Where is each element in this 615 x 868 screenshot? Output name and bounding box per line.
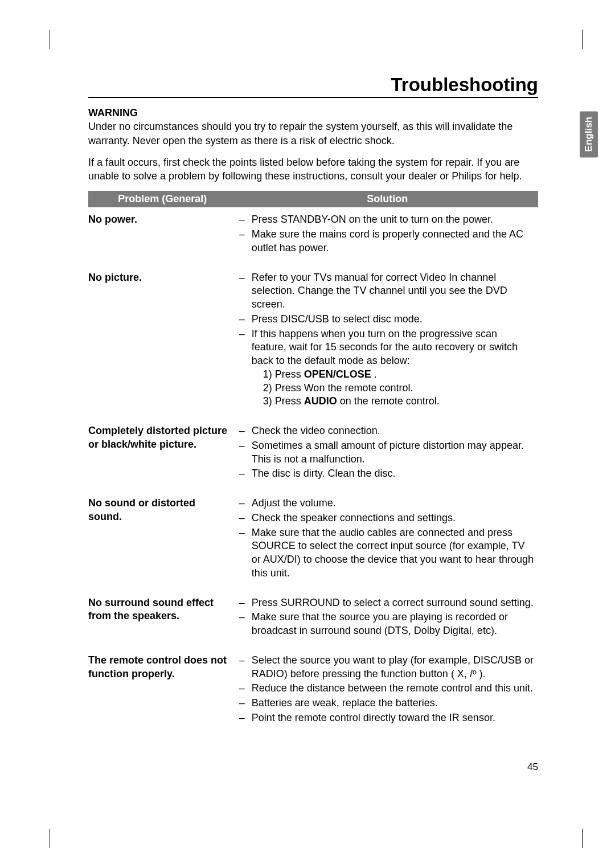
table-row: The remote control does not function pro… bbox=[88, 648, 538, 735]
solution-item: Sometimes a small amount of picture dist… bbox=[237, 439, 534, 466]
nested-steps: 1) Press OPEN/CLOSE .2) Press Won the re… bbox=[252, 368, 534, 408]
col-header-problem: Problem (General) bbox=[88, 191, 237, 207]
solution-item: Press DISC/USB to select disc mode. bbox=[237, 313, 534, 326]
nested-step: 3) Press AUDIO on the remote control. bbox=[263, 395, 534, 408]
page-content: Troubleshooting WARNING Under no circums… bbox=[88, 74, 538, 735]
solution-item: Press SURROUND to select a correct surro… bbox=[237, 596, 534, 610]
solution-item: Refer to your TVs manual for correct Vid… bbox=[237, 271, 534, 312]
crop-mark bbox=[50, 829, 50, 848]
page-title: Troubleshooting bbox=[88, 74, 538, 98]
crop-mark bbox=[582, 829, 583, 848]
nested-step: 2) Press Won the remote control. bbox=[263, 382, 534, 395]
solution-cell: Adjust the volume.Check the speaker conn… bbox=[237, 491, 538, 591]
solution-cell: Check the video connection.Sometimes a s… bbox=[237, 419, 538, 491]
problem-cell: The remote control does not function pro… bbox=[88, 648, 237, 735]
solution-item: Check the video connection. bbox=[237, 424, 534, 438]
solution-item: Press STANDBY-ON on the unit to turn on … bbox=[237, 213, 534, 227]
solution-item: Check the speaker connections and settin… bbox=[237, 511, 534, 525]
solution-list: Refer to your TVs manual for correct Vid… bbox=[237, 271, 534, 409]
problem-cell: No power. bbox=[88, 207, 237, 265]
warning-text-2: If a fault occurs, first check the point… bbox=[88, 155, 538, 183]
page-number: 45 bbox=[527, 761, 538, 773]
problem-cell: No surround sound effect from the speake… bbox=[88, 591, 237, 648]
table-row: No picture.Refer to your TVs manual for … bbox=[88, 265, 538, 419]
warning-text-1: Under no circumstances should you try to… bbox=[88, 120, 538, 148]
problem-cell: No picture. bbox=[88, 265, 237, 419]
crop-mark bbox=[582, 30, 583, 49]
solution-item: Point the remote control directly toward… bbox=[237, 711, 534, 725]
problem-cell: No sound or distorted sound. bbox=[88, 491, 237, 591]
solution-list: Press SURROUND to select a correct surro… bbox=[237, 596, 534, 638]
troubleshooting-table: Problem (General) Solution No power.Pres… bbox=[88, 191, 538, 735]
warning-heading: WARNING bbox=[88, 107, 138, 118]
table-row: No sound or distorted sound.Adjust the v… bbox=[88, 491, 538, 591]
solution-cell: Press STANDBY-ON on the unit to turn on … bbox=[237, 207, 538, 265]
solution-list: Check the video connection.Sometimes a s… bbox=[237, 424, 534, 481]
solution-item: The disc is dirty. Clean the disc. bbox=[237, 467, 534, 481]
solution-item: Make sure that the audio cables are conn… bbox=[237, 526, 534, 580]
table-row: No surround sound effect from the speake… bbox=[88, 591, 538, 648]
table-row: No power.Press STANDBY-ON on the unit to… bbox=[88, 207, 538, 265]
solution-list: Adjust the volume.Check the speaker conn… bbox=[237, 497, 534, 580]
solution-item: Batteries are weak, replace the batterie… bbox=[237, 697, 534, 710]
crop-mark bbox=[50, 30, 50, 49]
solution-item: Make sure the mains cord is properly con… bbox=[237, 228, 534, 255]
solution-item: Reduce the distance between the remote c… bbox=[237, 682, 534, 695]
solution-list: Press STANDBY-ON on the unit to turn on … bbox=[237, 213, 534, 255]
solution-item: Select the source you want to play (for … bbox=[237, 654, 534, 681]
solution-cell: Select the source you want to play (for … bbox=[237, 648, 538, 735]
solution-item: Make sure that the source you are playin… bbox=[237, 611, 534, 638]
problem-cell: Completely distorted picture or black/wh… bbox=[88, 419, 237, 491]
solution-item: Adjust the volume. bbox=[237, 497, 534, 510]
language-tab: English bbox=[580, 111, 598, 157]
nested-step: 1) Press OPEN/CLOSE . bbox=[263, 368, 534, 382]
solution-cell: Refer to your TVs manual for correct Vid… bbox=[237, 265, 538, 419]
table-row: Completely distorted picture or black/wh… bbox=[88, 419, 538, 491]
solution-cell: Press SURROUND to select a correct surro… bbox=[237, 591, 538, 648]
warning-block: WARNING Under no circumstances should yo… bbox=[88, 106, 538, 183]
solution-list: Select the source you want to play (for … bbox=[237, 654, 534, 725]
solution-item: If this happens when you turn on the pro… bbox=[237, 327, 534, 409]
col-header-solution: Solution bbox=[237, 191, 538, 207]
